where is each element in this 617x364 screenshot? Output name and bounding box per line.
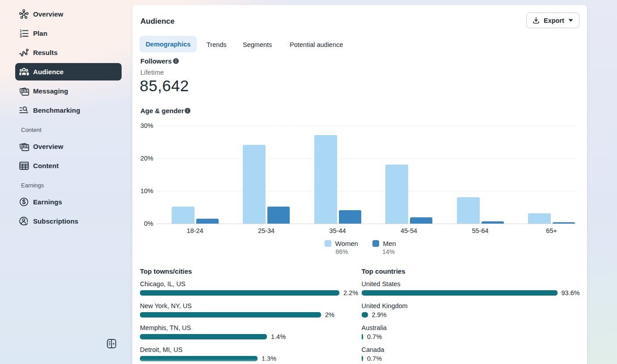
- svg-text:$: $: [22, 198, 26, 205]
- svg-text:3: 3: [20, 34, 22, 38]
